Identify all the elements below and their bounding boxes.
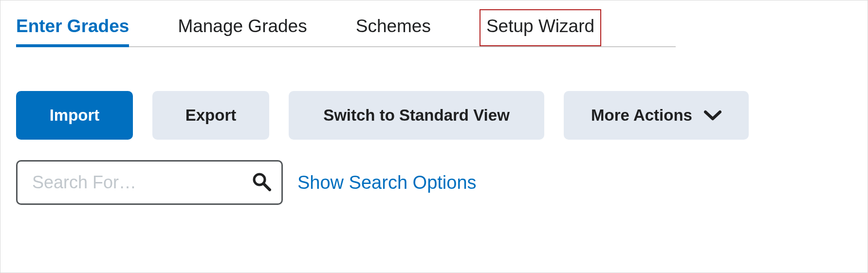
more-actions-button[interactable]: More Actions xyxy=(564,91,749,140)
search-input[interactable] xyxy=(16,160,283,205)
search-wrapper xyxy=(16,160,283,205)
chevron-down-icon xyxy=(704,106,721,125)
show-search-options-link[interactable]: Show Search Options xyxy=(297,172,477,193)
switch-view-button[interactable]: Switch to Standard View xyxy=(289,91,544,140)
tab-bar: Enter Grades Manage Grades Schemes Setup… xyxy=(16,12,676,47)
import-button[interactable]: Import xyxy=(16,91,133,140)
tab-enter-grades[interactable]: Enter Grades xyxy=(16,12,129,46)
search-row: Show Search Options xyxy=(16,160,852,205)
export-button[interactable]: Export xyxy=(152,91,269,140)
action-row: Import Export Switch to Standard View Mo… xyxy=(16,91,852,140)
tab-manage-grades[interactable]: Manage Grades xyxy=(178,12,307,46)
page-container: Enter Grades Manage Grades Schemes Setup… xyxy=(0,0,868,273)
tab-setup-wizard[interactable]: Setup Wizard xyxy=(480,9,601,46)
more-actions-label: More Actions xyxy=(591,106,692,125)
tab-schemes[interactable]: Schemes xyxy=(356,12,431,46)
